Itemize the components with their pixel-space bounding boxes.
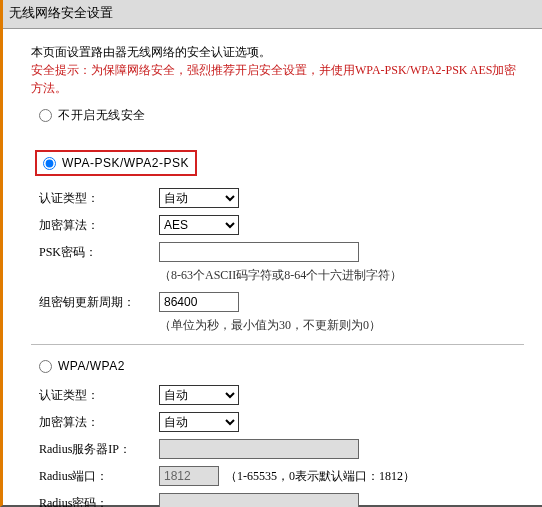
radio-psk[interactable] (43, 157, 56, 170)
psk-rekey-label: 组密钥更新周期： (39, 294, 159, 311)
psk-auth-label: 认证类型： (39, 190, 159, 207)
wpa-encrypt-label: 加密算法： (39, 414, 159, 431)
wpa-auth-select[interactable]: 自动 (159, 385, 239, 405)
panel-header: 无线网络安全设置 (3, 0, 542, 29)
psk-encrypt-select[interactable]: AES (159, 215, 239, 235)
psk-encrypt-label: 加密算法： (39, 217, 159, 234)
radio-wpa-label: WPA/WPA2 (58, 359, 125, 373)
radius-port-label: Radius端口： (39, 468, 159, 485)
psk-password-input[interactable] (159, 242, 359, 262)
radius-pw-label: Radius密码： (39, 495, 159, 508)
option-wpa[interactable]: WPA/WPA2 (39, 359, 524, 373)
psk-rekey-input[interactable] (159, 292, 239, 312)
psk-rekey-hint: （单位为秒，最小值为30，不更新则为0） (159, 317, 524, 334)
option-wpa-psk[interactable]: WPA-PSK/WPA2-PSK (35, 150, 197, 176)
radius-port-input[interactable] (159, 466, 219, 486)
option-wireless-off[interactable]: 不开启无线安全 (39, 107, 524, 124)
psk-password-label: PSK密码： (39, 244, 159, 261)
radio-off[interactable] (39, 109, 52, 122)
radio-wpa[interactable] (39, 360, 52, 373)
intro-text: 本页面设置路由器无线网络的安全认证选项。 (31, 45, 271, 59)
intro-block: 本页面设置路由器无线网络的安全认证选项。 安全提示：为保障网络安全，强烈推荐开启… (31, 43, 524, 97)
radius-ip-label: Radius服务器IP： (39, 441, 159, 458)
psk-password-hint: （8-63个ASCII码字符或8-64个十六进制字符） (159, 267, 524, 284)
security-tip: 安全提示：为保障网络安全，强烈推荐开启安全设置，并使用WPA-PSK/WPA2-… (31, 63, 517, 95)
radio-psk-label: WPA-PSK/WPA2-PSK (62, 156, 189, 170)
psk-auth-select[interactable]: 自动 (159, 188, 239, 208)
panel-content: 本页面设置路由器无线网络的安全认证选项。 安全提示：为保障网络安全，强烈推荐开启… (3, 29, 542, 507)
radius-pw-input[interactable] (159, 493, 359, 507)
wpa-encrypt-select[interactable]: 自动 (159, 412, 239, 432)
wpa-form: 认证类型： 自动 加密算法： 自动 Radius服务器IP： Radius端口：… (39, 383, 524, 507)
security-settings-panel: 无线网络安全设置 本页面设置路由器无线网络的安全认证选项。 安全提示：为保障网络… (0, 0, 542, 507)
separator (31, 344, 524, 345)
radius-port-hint: （1-65535，0表示默认端口：1812） (225, 468, 415, 485)
psk-form: 认证类型： 自动 加密算法： AES PSK密码： （8-63个ASCII码字符… (39, 186, 524, 334)
radio-off-label: 不开启无线安全 (58, 107, 146, 124)
wpa-auth-label: 认证类型： (39, 387, 159, 404)
radius-ip-input[interactable] (159, 439, 359, 459)
